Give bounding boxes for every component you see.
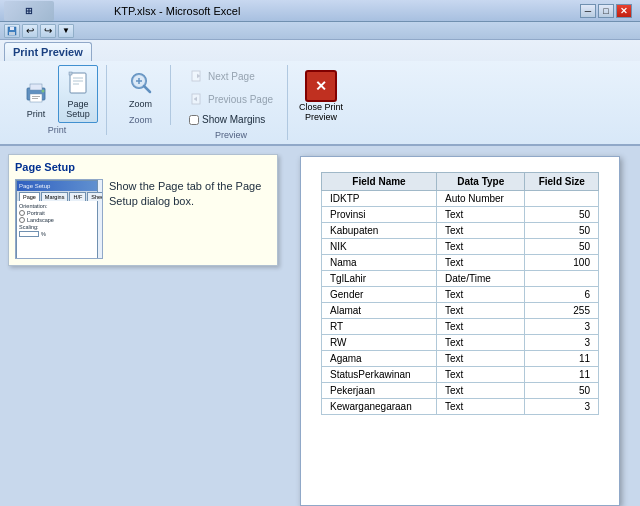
- close-window-button[interactable]: ✕: [616, 4, 632, 18]
- svg-rect-4: [30, 84, 42, 90]
- window-controls: ─ □ ✕: [580, 4, 632, 18]
- zoom-label: Zoom: [129, 99, 152, 109]
- close-print-icon: ✕: [305, 70, 337, 102]
- show-margins-button[interactable]: Show Margins: [183, 111, 279, 128]
- customize-qa-button[interactable]: ▼: [58, 24, 74, 38]
- ps-dialog-tabs: Page Margins H/F Sheet: [17, 191, 97, 201]
- ps-dialog-titlebar: Page Setup: [17, 181, 97, 191]
- ps-tab-margins: Margins: [41, 192, 69, 201]
- cell-field-size: 3: [525, 399, 599, 415]
- ps-percent-label: %: [41, 231, 46, 237]
- show-margins-checkbox[interactable]: [189, 115, 199, 125]
- page-setup-button[interactable]: Page Setup: [58, 65, 98, 123]
- ps-landscape-label: Landscape: [27, 217, 54, 223]
- cell-field-size: 255: [525, 303, 599, 319]
- cell-field-name: TglLahir: [322, 271, 437, 287]
- tooltip-title: Page Setup: [15, 161, 271, 173]
- redo-qa-button[interactable]: ↪: [40, 24, 56, 38]
- show-margins-label: Show Margins: [202, 114, 265, 125]
- close-print-label2: Preview: [305, 112, 337, 122]
- ps-portrait-radio[interactable]: [19, 210, 25, 216]
- cell-field-size: [525, 271, 599, 287]
- close-print-preview-button[interactable]: ✕ Close Print Preview: [292, 65, 350, 127]
- table-row: GenderText6: [322, 287, 599, 303]
- close-print-label: Close Print: [299, 102, 343, 112]
- svg-point-8: [42, 90, 45, 93]
- print-button[interactable]: Print: [16, 75, 56, 123]
- cell-field-size: 3: [525, 335, 599, 351]
- cell-field-size: 6: [525, 287, 599, 303]
- svg-rect-2: [9, 32, 15, 35]
- cell-field-size: 100: [525, 255, 599, 271]
- ps-scale-field[interactable]: [19, 231, 39, 237]
- table-row: RTText3: [322, 319, 599, 335]
- table-row: ProvinsiText50: [322, 207, 599, 223]
- cell-field-name: Kabupaten: [322, 223, 437, 239]
- cell-field-name: Gender: [322, 287, 437, 303]
- cell-field-name: Pekerjaan: [322, 383, 437, 399]
- svg-rect-6: [32, 96, 40, 97]
- cell-data-type: Text: [437, 255, 525, 271]
- table-row: IDKTPAuto Number: [322, 191, 599, 207]
- cell-data-type: Text: [437, 399, 525, 415]
- cell-field-size: 50: [525, 223, 599, 239]
- cell-field-size: 3: [525, 319, 599, 335]
- page-setup-tooltip: Page Setup Page Setup Page Margins H/F S…: [8, 154, 278, 266]
- cell-field-name: RT: [322, 319, 437, 335]
- maximize-button[interactable]: □: [598, 4, 614, 18]
- office-logo: ⊞: [25, 6, 33, 16]
- ps-scale-row: Scaling:: [19, 224, 95, 230]
- svg-line-16: [144, 86, 150, 92]
- page-setup-label2: Setup: [66, 109, 90, 119]
- cell-data-type: Text: [437, 319, 525, 335]
- cell-data-type: Auto Number: [437, 191, 525, 207]
- prev-page-label: Previous Page: [208, 94, 273, 105]
- cell-data-type: Text: [437, 223, 525, 239]
- print-label: Print: [27, 109, 46, 119]
- table-row: RWText3: [322, 335, 599, 351]
- svg-rect-7: [32, 98, 38, 99]
- tooltip-image: Page Setup Page Margins H/F Sheet Orient…: [15, 179, 103, 259]
- cell-field-name: NIK: [322, 239, 437, 255]
- tooltip-description: Show the Page tab of the Page Setup dial…: [109, 179, 271, 259]
- cell-field-size: 50: [525, 383, 599, 399]
- cell-field-name: Provinsi: [322, 207, 437, 223]
- cell-data-type: Text: [437, 287, 525, 303]
- zoom-button[interactable]: Zoom: [121, 65, 161, 113]
- prev-page-button[interactable]: Previous Page: [183, 88, 279, 110]
- prev-page-icon: [189, 91, 205, 107]
- window-title: KTP.xlsx - Microsoft Excel: [114, 5, 240, 17]
- col-data-type: Data Type: [437, 173, 525, 191]
- svg-rect-13: [69, 72, 72, 75]
- cell-data-type: Text: [437, 351, 525, 367]
- undo-qa-button[interactable]: ↩: [22, 24, 38, 38]
- ps-tab-page: Page: [19, 192, 40, 201]
- page-setup-dialog-preview: Page Setup Page Margins H/F Sheet Orient…: [16, 180, 98, 258]
- next-page-button[interactable]: Next Page: [183, 65, 279, 87]
- tab-print-preview[interactable]: Print Preview: [4, 42, 92, 61]
- ps-landscape-radio[interactable]: [19, 217, 25, 223]
- page-preview: Field Name Data Type Field Size IDKTPAut…: [300, 156, 620, 506]
- cell-field-size: 50: [525, 207, 599, 223]
- print-group-label: Print: [48, 125, 67, 135]
- next-page-icon: [189, 68, 205, 84]
- zoom-buttons: Zoom: [121, 65, 161, 113]
- table-row: StatusPerkawinanText11: [322, 367, 599, 383]
- save-qa-button[interactable]: [4, 24, 20, 38]
- minimize-button[interactable]: ─: [580, 4, 596, 18]
- svg-rect-9: [70, 73, 86, 93]
- ps-landscape-row: Landscape: [19, 217, 95, 223]
- svg-rect-1: [10, 27, 14, 30]
- zoom-icon: [127, 69, 155, 97]
- ps-portrait-label: Portrait: [27, 210, 45, 216]
- cell-data-type: Text: [437, 207, 525, 223]
- cell-field-size: 11: [525, 367, 599, 383]
- cell-field-name: Agama: [322, 351, 437, 367]
- table-header-row: Field Name Data Type Field Size: [322, 173, 599, 191]
- cell-field-size: 50: [525, 239, 599, 255]
- table-row: AgamaText11: [322, 351, 599, 367]
- quick-access-toolbar: ↩ ↪ ▼: [0, 22, 640, 40]
- cell-field-name: Nama: [322, 255, 437, 271]
- ribbon-group-zoom: Zoom Zoom: [111, 65, 171, 125]
- cell-data-type: Date/Time: [437, 271, 525, 287]
